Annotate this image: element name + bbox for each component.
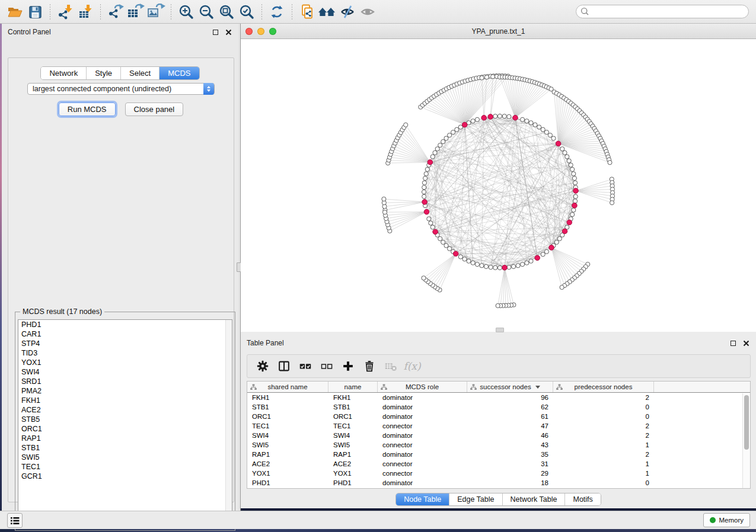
table-row[interactable]: ACE2ACE2connector311 — [247, 459, 750, 469]
table-row[interactable]: SWI4SWI4dominator462 — [247, 431, 750, 440]
table-panel-title: Table Panel — [247, 339, 284, 347]
split-panel-icon[interactable] — [275, 357, 294, 376]
mcds-result-item[interactable]: PHD1 — [18, 320, 232, 329]
memory-button[interactable]: Memory — [703, 513, 750, 527]
mcds-list-scrollbar[interactable] — [225, 320, 232, 527]
cell-name: PHD1 — [328, 479, 378, 486]
zoom-fit-icon[interactable] — [216, 2, 237, 21]
criterion-select[interactable]: largest connected component (undirected) — [27, 83, 215, 95]
mcds-result-item[interactable]: GCR1 — [18, 472, 232, 481]
mcds-result-item[interactable]: PMA2 — [18, 386, 232, 396]
refresh-layout-icon[interactable] — [267, 2, 287, 21]
mcds-result-item[interactable]: RAP1 — [18, 434, 232, 443]
export-image-icon[interactable] — [146, 2, 166, 21]
tab-select[interactable]: Select — [121, 67, 160, 79]
cell-MCDS-role: dominator — [378, 479, 467, 486]
tab-motifs[interactable]: Motifs — [565, 493, 600, 505]
column-header-MCDS-role[interactable]: MCDS role — [378, 382, 467, 392]
deselect-all-columns-icon[interactable] — [317, 357, 336, 376]
close-panel-icon[interactable] — [224, 28, 232, 36]
delete-column-icon[interactable] — [360, 357, 379, 376]
mcds-result-item[interactable]: STB5 — [18, 415, 232, 424]
open-session-icon[interactable] — [5, 2, 25, 21]
mcds-result-item[interactable]: TEC1 — [18, 462, 232, 472]
table-scrollbar[interactable] — [742, 393, 750, 488]
mcds-result-item[interactable]: SRD1 — [18, 377, 232, 386]
network-canvas[interactable] — [241, 39, 756, 332]
float-panel-icon[interactable] — [211, 28, 219, 36]
mcds-result-item[interactable]: ACE2 — [18, 405, 232, 415]
cell-successor-nodes: 46 — [467, 432, 553, 439]
table-row[interactable]: SWI5SWI5connector431 — [247, 440, 750, 450]
mcds-result-items: PHD1CAR1STP4TID3YOX1SWI4SRD1PMA2FKH1ACE2… — [18, 320, 232, 481]
cell-predecessor-nodes: 1 — [553, 441, 654, 448]
toolbar-separator — [171, 4, 171, 20]
cell-predecessor-nodes: 0 — [553, 479, 654, 486]
add-column-icon[interactable] — [339, 357, 358, 376]
close-table-panel-icon[interactable] — [742, 339, 750, 347]
run-mcds-button[interactable]: Run MCDS — [59, 102, 116, 116]
control-panel-tabs: NetworkStyleSelectMCDS — [2, 66, 238, 80]
tab-style[interactable]: Style — [87, 67, 121, 79]
mcds-result-item[interactable]: SWI4 — [18, 367, 232, 377]
tab-network-table[interactable]: Network Table — [503, 493, 566, 505]
horizontal-split-handle[interactable] — [496, 328, 504, 332]
export-network-icon[interactable] — [106, 2, 126, 21]
cell-MCDS-role: connector — [378, 422, 467, 430]
table-tabs: Node TableEdge TableNetwork TableMotifs — [241, 493, 756, 506]
mcds-result-item[interactable]: STB1 — [18, 443, 232, 453]
mcds-result-item[interactable]: CAR1 — [18, 329, 232, 339]
cell-name: YOX1 — [328, 470, 378, 477]
table-row[interactable]: PHD1PHD1dominator180 — [247, 478, 750, 488]
cell-successor-nodes: 29 — [467, 470, 553, 477]
table-row[interactable]: RAP1RAP1dominator352 — [247, 450, 750, 459]
function-builder-icon[interactable]: f(x) — [403, 357, 422, 376]
table-scrollbar-thumb[interactable] — [744, 395, 749, 450]
column-header-shared-name[interactable]: shared name — [247, 382, 328, 392]
zoom-selected-icon[interactable] — [237, 2, 257, 21]
column-header-name[interactable]: name — [328, 382, 378, 392]
network-graph[interactable] — [241, 39, 756, 332]
table-row[interactable]: TEC1TEC1connector472 — [247, 421, 750, 431]
export-table-icon[interactable] — [126, 2, 146, 21]
table-panel: Table Panel — [241, 335, 756, 508]
mcds-result-item[interactable]: SWI5 — [18, 453, 232, 462]
mcds-result-list[interactable]: PHD1CAR1STP4TID3YOX1SWI4SRD1PMA2FKH1ACE2… — [18, 319, 232, 527]
float-table-panel-icon[interactable] — [729, 339, 737, 347]
select-all-columns-icon[interactable] — [296, 357, 315, 376]
table-row[interactable]: FKH1FKH1dominator962 — [247, 393, 750, 402]
tab-mcds[interactable]: MCDS — [160, 67, 199, 79]
search-input[interactable] — [589, 7, 748, 17]
task-history-icon[interactable] — [7, 513, 23, 528]
mcds-result-item[interactable]: TID3 — [18, 348, 232, 358]
mcds-result-item[interactable]: ORC1 — [18, 424, 232, 434]
status-bar: Memory — [0, 511, 756, 529]
table-row[interactable]: STB1STB1dominator620 — [247, 402, 750, 412]
tab-network[interactable]: Network — [41, 67, 87, 79]
mcds-result-item[interactable]: FKH1 — [18, 396, 232, 405]
table-row[interactable]: ORC1ORC1dominator610 — [247, 412, 750, 421]
table-row[interactable]: YOX1YOX1connector291 — [247, 469, 750, 478]
cell-name: SWI5 — [328, 441, 378, 448]
cell-MCDS-role: dominator — [378, 432, 467, 439]
column-header-successor-nodes[interactable]: successor nodes — [467, 382, 553, 392]
tab-node-table[interactable]: Node Table — [396, 493, 449, 505]
show-visibility-icon[interactable] — [358, 2, 378, 21]
mcds-result-item[interactable]: YOX1 — [18, 358, 232, 367]
tab-edge-table[interactable]: Edge Table — [449, 493, 502, 505]
column-settings-gear-icon[interactable] — [253, 357, 272, 376]
hide-visibility-icon[interactable] — [337, 2, 358, 21]
close-panel-button[interactable]: Close panel — [125, 102, 184, 116]
zoom-in-icon[interactable] — [176, 2, 196, 21]
import-table-icon[interactable] — [75, 2, 95, 21]
mcds-result-item[interactable]: STP4 — [18, 339, 232, 348]
cell-predecessor-nodes: 1 — [553, 460, 654, 467]
home-networks-icon[interactable] — [317, 2, 337, 21]
import-network-icon[interactable] — [55, 2, 75, 21]
share-network-document-icon[interactable] — [297, 2, 317, 21]
delete-table-icon[interactable] — [381, 357, 400, 376]
zoom-out-icon[interactable] — [196, 2, 216, 21]
column-header-predecessor-nodes[interactable]: predecessor nodes — [553, 382, 654, 392]
save-session-icon[interactable] — [25, 2, 45, 21]
cell-predecessor-nodes: 1 — [553, 470, 654, 477]
